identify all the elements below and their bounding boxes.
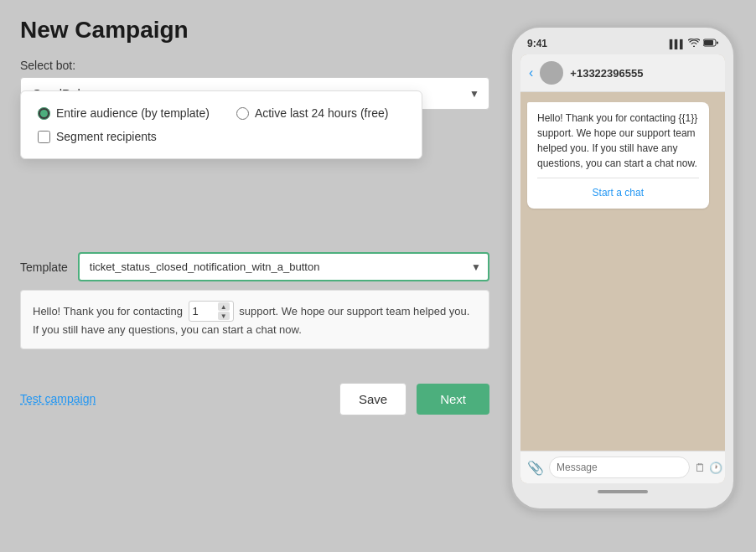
chat-message-text: Hello! Thank you for contacting {{1}} su… bbox=[537, 112, 697, 169]
spinner-down-button[interactable]: ▼ bbox=[218, 312, 230, 320]
active-24h-option[interactable]: Active last 24 hours (free) bbox=[236, 106, 389, 120]
radio-options-row: Entire audience (by template) Active las… bbox=[38, 106, 405, 120]
segment-recipients-label: Segment recipients bbox=[56, 130, 157, 143]
phone-top-bar: 9:41 ▌▌▌ bbox=[520, 38, 725, 54]
svg-rect-2 bbox=[717, 42, 718, 44]
left-panel: New Campaign Select bot: SendPulse ▼ Ent… bbox=[20, 17, 489, 535]
segment-recipients-checkbox[interactable] bbox=[38, 131, 50, 143]
template-select-wrapper: ticket_status_closed_notification_witn_a… bbox=[78, 252, 489, 281]
template-select[interactable]: ticket_status_closed_notification_witn_a… bbox=[78, 252, 489, 281]
start-chat-link[interactable]: Start a chat bbox=[593, 187, 644, 199]
variable-spinner: ▲ ▼ bbox=[218, 302, 230, 320]
phone-status-icons: ▌▌▌ bbox=[670, 39, 718, 49]
page-title: New Campaign bbox=[20, 17, 489, 44]
svg-rect-1 bbox=[704, 40, 713, 45]
battery-icon bbox=[703, 39, 718, 49]
chat-bubble-button: Start a chat bbox=[537, 178, 699, 200]
phone-home-bar bbox=[598, 490, 648, 493]
message-part1: Hello! Thank you for contacting bbox=[33, 305, 186, 317]
chat-input-icons: 🗒 🕐 🎤 bbox=[695, 462, 725, 474]
chat-window: ‹ +13322396555 Hello! Thank you for cont… bbox=[520, 54, 725, 483]
template-section: Template ticket_status_closed_notificati… bbox=[20, 252, 489, 349]
avatar bbox=[540, 61, 563, 85]
clock-icon[interactable]: 🕐 bbox=[709, 462, 722, 474]
chat-bubble: Hello! Thank you for contacting {{1}} su… bbox=[527, 102, 709, 209]
message-variable-input[interactable] bbox=[193, 305, 216, 317]
bottom-actions: Test campaign Save Next bbox=[20, 383, 489, 415]
entire-audience-label: Entire audience (by template) bbox=[56, 106, 210, 120]
phone-mockup: 9:41 ▌▌▌ bbox=[510, 25, 736, 511]
next-button[interactable]: Next bbox=[417, 384, 489, 415]
chat-messages: Hello! Thank you for contacting {{1}} su… bbox=[520, 92, 725, 451]
active-24h-label: Active last 24 hours (free) bbox=[255, 106, 389, 120]
save-button[interactable]: Save bbox=[339, 383, 406, 415]
back-icon[interactable]: ‹ bbox=[529, 65, 533, 80]
spinner-up-button[interactable]: ▲ bbox=[218, 302, 230, 311]
chat-message-input[interactable] bbox=[549, 457, 690, 478]
active-24h-radio[interactable] bbox=[236, 107, 249, 120]
phone-time: 9:41 bbox=[527, 38, 547, 49]
wifi-icon bbox=[688, 39, 700, 49]
chat-input-bar: 📎 🗒 🕐 🎤 bbox=[520, 451, 725, 483]
audience-dropdown-popup: Entire audience (by template) Active las… bbox=[20, 90, 422, 159]
template-row: Template ticket_status_closed_notificati… bbox=[20, 252, 489, 281]
message-variable-input-wrap: ▲ ▼ bbox=[189, 301, 234, 322]
segment-recipients-option[interactable]: Segment recipients bbox=[38, 130, 405, 143]
select-bot-label: Select bot: bbox=[20, 59, 489, 72]
right-actions: Save Next bbox=[339, 383, 489, 415]
entire-audience-radio[interactable] bbox=[38, 107, 50, 120]
template-label: Template bbox=[20, 261, 68, 274]
entire-audience-option[interactable]: Entire audience (by template) bbox=[38, 106, 210, 120]
message-preview-box: Hello! Thank you for contacting ▲ ▼ supp… bbox=[20, 290, 489, 349]
chat-header: ‹ +13322396555 bbox=[520, 54, 725, 92]
chat-contact-name: +13322396555 bbox=[570, 67, 643, 80]
sticker-icon[interactable]: 🗒 bbox=[695, 462, 706, 474]
test-campaign-link[interactable]: Test campaign bbox=[20, 392, 96, 405]
attach-icon[interactable]: 📎 bbox=[527, 460, 544, 476]
signal-icon: ▌▌▌ bbox=[670, 39, 685, 49]
